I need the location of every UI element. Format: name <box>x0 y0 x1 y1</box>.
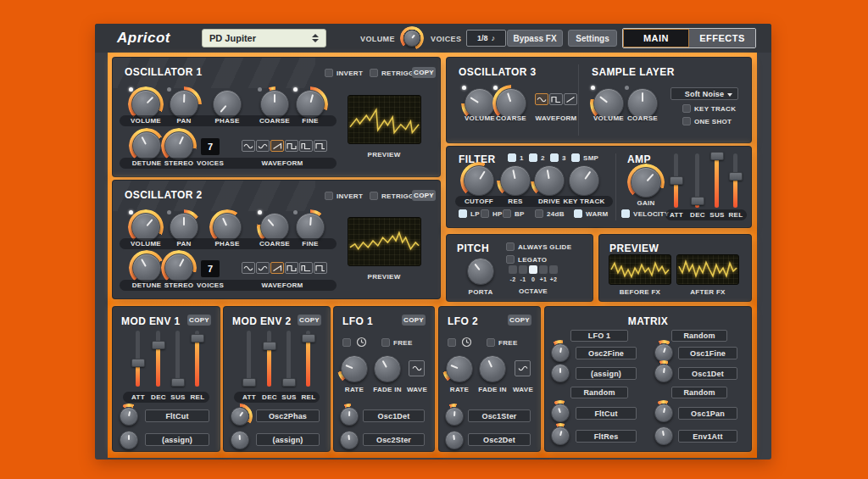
modenv2-target2-dropdown[interactable]: (assign) <box>256 433 320 446</box>
matrix-amount-knob[interactable] <box>551 426 570 445</box>
osc1-pan-knob[interactable] <box>170 90 198 119</box>
preset-stepper-icon[interactable] <box>311 34 319 42</box>
osc2-detune-knob[interactable] <box>132 253 161 282</box>
matrix-target-dropdown[interactable]: FltCut <box>576 407 637 420</box>
modenv2-sus-slider[interactable] <box>282 331 296 387</box>
sample-preset-dropdown[interactable]: Soft Noise <box>670 87 738 100</box>
lfo1-rate-knob[interactable] <box>341 355 368 382</box>
octave-minus1-button[interactable] <box>519 265 527 274</box>
waveform-sine2-button[interactable] <box>256 140 270 152</box>
lfo2-amount1-knob[interactable] <box>445 407 464 426</box>
filter-route-smp-checkbox[interactable]: SMP <box>571 153 598 162</box>
osc1-volume-knob[interactable] <box>131 90 160 119</box>
filter-hp-checkbox[interactable]: HP <box>481 209 503 218</box>
lfo1-amount2-knob[interactable] <box>340 431 359 449</box>
modenv1-att-slider[interactable] <box>131 331 145 387</box>
lfo1-target2-dropdown[interactable]: Osc2Ster <box>363 433 425 446</box>
waveform-pulse25-button[interactable] <box>299 262 313 274</box>
pitch-alwaysglide-checkbox[interactable]: ALWAYS GLIDE <box>506 242 571 251</box>
waveform-sine-button[interactable] <box>535 93 548 105</box>
matrix-target-dropdown[interactable]: Env1Att <box>678 430 737 443</box>
lfo1-copy-button[interactable]: COPY <box>402 315 426 326</box>
lfo2-sync-checkbox[interactable] <box>448 338 456 347</box>
lfo2-copy-button[interactable]: COPY <box>508 315 531 326</box>
modenv1-amount1-knob[interactable] <box>120 407 138 426</box>
amp-gain-knob[interactable] <box>631 167 661 198</box>
amp-att-slider[interactable] <box>670 153 683 208</box>
waveform-pulse75-button[interactable] <box>314 262 327 274</box>
lfo1-sync-checkbox[interactable] <box>342 338 351 347</box>
osc1-fine-knob[interactable] <box>296 90 325 119</box>
osc2-voices-value[interactable]: 7 <box>201 260 220 277</box>
modenv1-rel-slider[interactable] <box>191 331 204 387</box>
lfo1-amount1-knob[interactable] <box>340 407 359 426</box>
filter-warm-checkbox[interactable]: WARM <box>574 209 609 218</box>
osc2-stereo-knob[interactable] <box>164 253 193 282</box>
filter-lp-checkbox[interactable]: LP <box>459 209 480 218</box>
octave-plus2-button[interactable] <box>549 265 558 274</box>
tab-effects[interactable]: EFFECTS <box>689 29 755 47</box>
preset-selector[interactable]: PD Jupiter <box>202 29 326 47</box>
matrix-target-dropdown[interactable]: Osc1Det <box>678 367 737 380</box>
matrix-amount-knob[interactable] <box>551 364 570 382</box>
amp-sus-slider[interactable] <box>710 153 724 208</box>
osc1-invert-checkbox[interactable]: INVERT <box>325 69 363 77</box>
filter-res-knob[interactable] <box>500 165 531 196</box>
modenv1-target1-dropdown[interactable]: FltCut <box>145 409 209 422</box>
matrix-amount-knob[interactable] <box>551 343 570 362</box>
osc1-copy-button[interactable]: COPY <box>412 67 436 78</box>
matrix-amount-knob[interactable] <box>654 404 673 422</box>
lfo1-target1-dropdown[interactable]: Osc1Det <box>363 409 425 422</box>
pitch-legato-checkbox[interactable]: LEGATO <box>506 255 547 264</box>
modenv1-dec-slider[interactable] <box>152 331 165 387</box>
filter-24db-checkbox[interactable]: 24dB <box>535 209 565 218</box>
modenv1-amount2-knob[interactable] <box>120 431 138 449</box>
osc2-copy-button[interactable]: COPY <box>412 190 436 201</box>
modenv2-rel-slider[interactable] <box>302 331 315 387</box>
osc2-invert-checkbox[interactable]: INVERT <box>325 192 363 200</box>
modenv2-amount2-knob[interactable] <box>231 431 249 449</box>
osc1-coarse-knob[interactable] <box>260 90 289 119</box>
amp-dec-slider[interactable] <box>691 153 704 208</box>
lfo2-target1-dropdown[interactable]: Osc1Ster <box>468 409 531 422</box>
lfo2-rate-knob[interactable] <box>446 355 473 382</box>
matrix-source3-dropdown[interactable]: Random <box>570 387 628 398</box>
filter-route-2-checkbox[interactable]: 2 <box>529 153 545 162</box>
matrix-target-dropdown[interactable]: (assign) <box>576 367 637 380</box>
filter-drive-knob[interactable] <box>534 165 565 196</box>
osc2-phase-knob[interactable] <box>213 213 242 242</box>
matrix-target-dropdown[interactable]: FltRes <box>576 430 637 443</box>
master-volume-knob[interactable] <box>403 30 420 47</box>
amp-velocity-checkbox[interactable]: VELOCITY <box>621 209 669 218</box>
matrix-amount-knob[interactable] <box>654 426 673 445</box>
lfo1-fadein-knob[interactable] <box>374 355 401 382</box>
lfo-wave-sine-button[interactable] <box>515 360 531 376</box>
lfo2-amount2-knob[interactable] <box>445 431 464 449</box>
waveform-saw-button[interactable] <box>564 93 577 105</box>
filter-keytrack-knob[interactable] <box>569 165 599 196</box>
waveform-pulse25-button[interactable] <box>299 140 313 152</box>
osc2-fine-knob[interactable] <box>296 213 325 242</box>
modenv2-dec-slider[interactable] <box>263 331 276 387</box>
pitch-porta-knob[interactable] <box>467 258 494 285</box>
waveform-sine-button[interactable] <box>242 262 255 274</box>
octave-0-button[interactable] <box>529 265 537 274</box>
waveform-saw-button[interactable] <box>270 262 284 274</box>
lfo1-free-checkbox[interactable]: FREE <box>381 338 413 347</box>
matrix-amount-knob[interactable] <box>654 343 673 362</box>
sample-keytrack-checkbox[interactable]: KEY TRACK <box>682 104 736 113</box>
waveform-square-button[interactable] <box>285 140 298 152</box>
osc2-coarse-knob[interactable] <box>260 213 289 242</box>
matrix-source2-dropdown[interactable]: Random <box>671 330 727 342</box>
modenv1-copy-button[interactable]: COPY <box>187 315 211 326</box>
filter-cutoff-knob[interactable] <box>464 165 494 196</box>
filter-bp-checkbox[interactable]: BP <box>503 209 525 218</box>
modenv2-amount1-knob[interactable] <box>231 407 249 426</box>
settings-button[interactable]: Settings <box>568 30 617 47</box>
osc1-phase-knob[interactable] <box>213 90 242 119</box>
waveform-square-button[interactable] <box>285 262 298 274</box>
osc1-detune-knob[interactable] <box>132 131 161 160</box>
lfo-wave-sine-button[interactable] <box>409 360 425 376</box>
tab-main[interactable]: MAIN <box>623 29 689 47</box>
octave-minus2-button[interactable] <box>509 265 517 274</box>
